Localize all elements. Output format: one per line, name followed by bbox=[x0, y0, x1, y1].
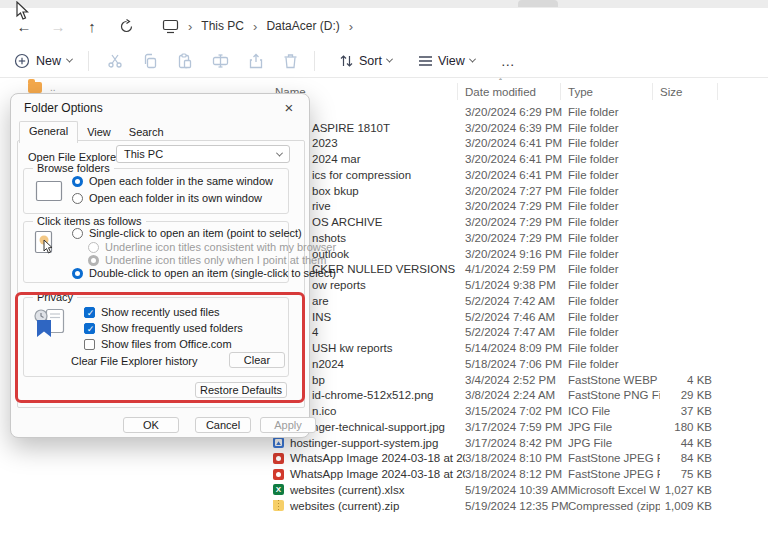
file-type: Compressed (zipp... bbox=[568, 500, 660, 512]
checkbox-label: Show recently used files bbox=[101, 306, 220, 318]
checkbox-checked-icon bbox=[84, 323, 95, 334]
file-row[interactable]: n.ico3/15/2024 7:02 PMICO File37 KB bbox=[260, 403, 768, 419]
file-row[interactable]: hostinger-support-system.jpg3/17/2024 8:… bbox=[260, 435, 768, 451]
breadcrumb-dataacer-drive[interactable]: DataAcer (D:) bbox=[266, 19, 339, 33]
clear-button[interactable]: Clear bbox=[229, 352, 285, 368]
file-type: File folder bbox=[568, 279, 660, 291]
file-row[interactable]: USH kw reports5/14/2024 8:09 PMFile fold… bbox=[260, 340, 768, 356]
up-button[interactable]: ↑ bbox=[78, 18, 106, 35]
close-icon[interactable]: × bbox=[277, 97, 301, 119]
folder-options-dialog: Folder Options × General View Search Ope… bbox=[10, 93, 310, 438]
open-explorer-dropdown[interactable]: This PC bbox=[116, 145, 290, 163]
file-date: 3/20/2024 6:41 PM bbox=[465, 153, 568, 165]
file-row[interactable]: WhatsApp Image 2024-03-18 at 20.06.58...… bbox=[260, 451, 768, 467]
apply-button[interactable]: Apply bbox=[260, 417, 316, 433]
file-row[interactable]: CKER NULLED VERSIONS4/1/2024 2:59 PMFile… bbox=[260, 262, 768, 278]
file-row[interactable]: 45/2/2024 7:47 AMFile folder bbox=[260, 325, 768, 341]
file-row[interactable]: INS5/2/2024 7:46 AMFile folder bbox=[260, 309, 768, 325]
file-date: 3/20/2024 7:29 PM bbox=[465, 216, 568, 228]
file-list: ˆ Name Date modified Type Size 3/20/2024… bbox=[260, 80, 768, 539]
file-name: 2024 mar bbox=[312, 153, 361, 165]
file-type: FastStone JPEG File bbox=[568, 452, 660, 464]
file-type: File folder bbox=[568, 311, 660, 323]
dropdown-value: This PC bbox=[124, 148, 163, 160]
checkbox-label: Show frequently used folders bbox=[101, 322, 243, 334]
file-name: hostinger-support-system.jpg bbox=[290, 437, 438, 449]
more-options-button[interactable]: … bbox=[501, 53, 516, 69]
file-type: FastStone WEBP File bbox=[568, 374, 660, 386]
chevron-down-icon bbox=[276, 149, 283, 156]
new-button[interactable]: New bbox=[14, 53, 72, 69]
file-row[interactable]: rive3/20/2024 7:29 PMFile folder bbox=[260, 199, 768, 215]
column-header-type[interactable]: Type bbox=[568, 86, 593, 98]
file-row[interactable]: 2024 mar3/20/2024 6:41 PMFile folder bbox=[260, 151, 768, 167]
click-items-icon bbox=[32, 230, 58, 260]
file-row[interactable]: WhatsApp Image 2024-03-18 at 20.06.59...… bbox=[260, 466, 768, 482]
file-row[interactable]: ics for compression3/20/2024 6:41 PMFile… bbox=[260, 167, 768, 183]
background-tab bbox=[518, 0, 558, 7]
column-header-size[interactable]: Size bbox=[660, 86, 682, 98]
file-row[interactable]: websites (current).zip5/19/2024 12:35 PM… bbox=[260, 498, 768, 514]
radio-double-click[interactable]: Double-click to open an item (single-cli… bbox=[72, 267, 336, 279]
column-divider[interactable] bbox=[560, 83, 561, 100]
address-bar[interactable]: › This PC › DataAcer (D:) › bbox=[162, 19, 353, 34]
radio-same-window[interactable]: Open each folder in the same window bbox=[72, 175, 273, 187]
file-type: JPG File bbox=[568, 421, 660, 433]
radio-disabled-selected-icon bbox=[88, 255, 99, 266]
sort-button[interactable]: Sort bbox=[339, 54, 392, 68]
column-divider[interactable] bbox=[652, 83, 653, 100]
paste-button[interactable] bbox=[177, 53, 193, 69]
forward-button[interactable]: → bbox=[44, 18, 72, 35]
file-row[interactable]: id-chrome-512x512.png3/8/2024 2:24 AMFas… bbox=[260, 388, 768, 404]
restore-defaults-button[interactable]: Restore Defaults bbox=[195, 382, 287, 398]
checkbox-recently-used[interactable]: Show recently used files bbox=[84, 306, 220, 318]
file-row[interactable]: OS ARCHIVE3/20/2024 7:29 PMFile folder bbox=[260, 214, 768, 230]
file-row[interactable]: n20245/18/2024 7:06 PMFile folder bbox=[260, 356, 768, 372]
ok-button[interactable]: OK bbox=[123, 417, 179, 433]
file-row[interactable]: are5/2/2024 7:42 AMFile folder bbox=[260, 293, 768, 309]
file-row[interactable]: bp3/4/2024 2:52 PMFastStone WEBP File4 K… bbox=[260, 372, 768, 388]
cancel-button[interactable]: Cancel bbox=[195, 417, 251, 433]
file-date: 3/17/2024 8:42 PM bbox=[465, 437, 568, 449]
radio-label: Open each folder in the same window bbox=[89, 175, 273, 187]
file-type: ICO File bbox=[568, 405, 660, 417]
file-row[interactable]: 20233/20/2024 6:41 PMFile folder bbox=[260, 136, 768, 152]
file-size: 4 KB bbox=[660, 374, 712, 386]
file-row[interactable]: 3/20/2024 6:29 PMFile folder bbox=[260, 104, 768, 120]
file-name: n.ico bbox=[312, 405, 336, 417]
file-type: FastStone JPEG File bbox=[568, 468, 660, 480]
rename-button[interactable] bbox=[212, 53, 229, 69]
file-type: File folder bbox=[568, 200, 660, 212]
nav-pane-item[interactable]: .. bbox=[28, 82, 56, 93]
column-divider[interactable] bbox=[457, 83, 458, 100]
column-divider[interactable] bbox=[717, 83, 718, 100]
file-row[interactable]: nger-technical-support.jpg3/17/2024 7:59… bbox=[260, 419, 768, 435]
radio-selected-icon bbox=[72, 176, 83, 187]
column-header-date[interactable]: Date modified bbox=[465, 86, 536, 98]
radio-own-window[interactable]: Open each folder in its own window bbox=[72, 192, 262, 204]
file-size: 37 KB bbox=[660, 405, 712, 417]
refresh-button[interactable] bbox=[112, 19, 140, 34]
file-row[interactable]: websites (current).xlsx5/19/2024 10:39 A… bbox=[260, 482, 768, 498]
delete-button[interactable] bbox=[283, 53, 298, 69]
file-row[interactable]: outlook3/20/2024 9:16 PMFile folder bbox=[260, 246, 768, 262]
file-row[interactable]: box bkup3/20/2024 7:27 PMFile folder bbox=[260, 183, 768, 199]
command-toolbar: New bbox=[0, 44, 768, 78]
checkbox-office-files[interactable]: Show files from Office.com bbox=[84, 338, 232, 350]
tab-general[interactable]: General bbox=[19, 121, 78, 143]
radio-selected-icon bbox=[72, 268, 83, 279]
copy-button[interactable] bbox=[142, 53, 158, 69]
file-date: 3/20/2024 7:29 PM bbox=[465, 200, 568, 212]
mouse-cursor-icon bbox=[15, 1, 29, 21]
breadcrumb-this-pc[interactable]: This PC bbox=[201, 19, 244, 33]
file-row[interactable]: nshots3/20/2024 7:29 PMFile folder bbox=[260, 230, 768, 246]
file-row[interactable]: ow reports5/1/2024 9:38 PMFile folder bbox=[260, 277, 768, 293]
file-size: 29 KB bbox=[660, 389, 712, 401]
file-name: box bkup bbox=[312, 185, 359, 197]
share-button[interactable] bbox=[248, 53, 264, 69]
radio-single-click[interactable]: Single-click to open an item (point to s… bbox=[72, 227, 302, 239]
view-button[interactable]: View bbox=[418, 54, 475, 68]
file-row[interactable]: ASPIRE 1810T3/20/2024 6:39 PMFile folder bbox=[260, 120, 768, 136]
cut-button[interactable] bbox=[107, 53, 123, 69]
checkbox-frequently-used[interactable]: Show frequently used folders bbox=[84, 322, 243, 334]
